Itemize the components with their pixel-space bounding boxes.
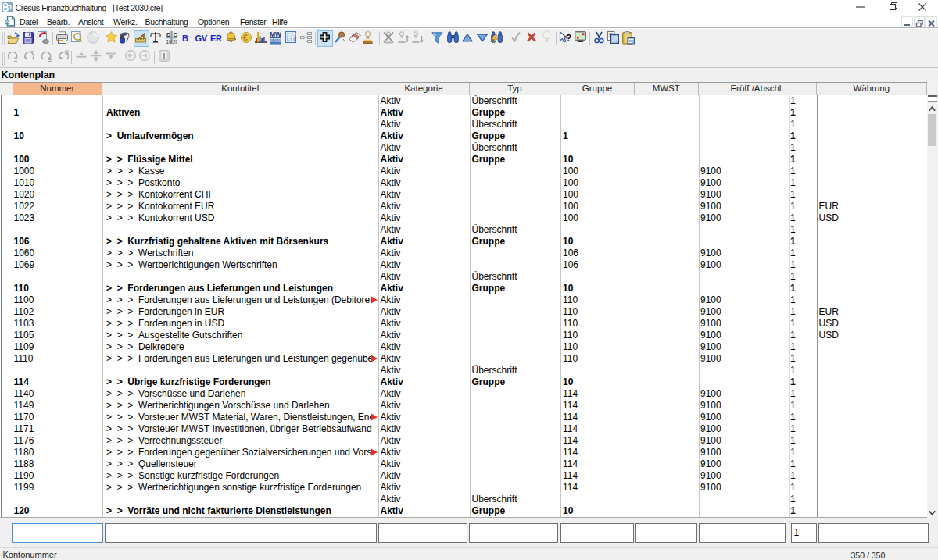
svg-text:?: ? — [565, 32, 571, 44]
svg-text:ST: ST — [288, 37, 294, 42]
svg-text:D: D — [166, 32, 170, 37]
svg-text:€: € — [243, 34, 248, 42]
svg-text:C: C — [173, 32, 177, 37]
svg-text:20: 20 — [173, 39, 177, 45]
svg-text:MW: MW — [270, 31, 281, 38]
svg-text:10: 10 — [166, 39, 172, 45]
